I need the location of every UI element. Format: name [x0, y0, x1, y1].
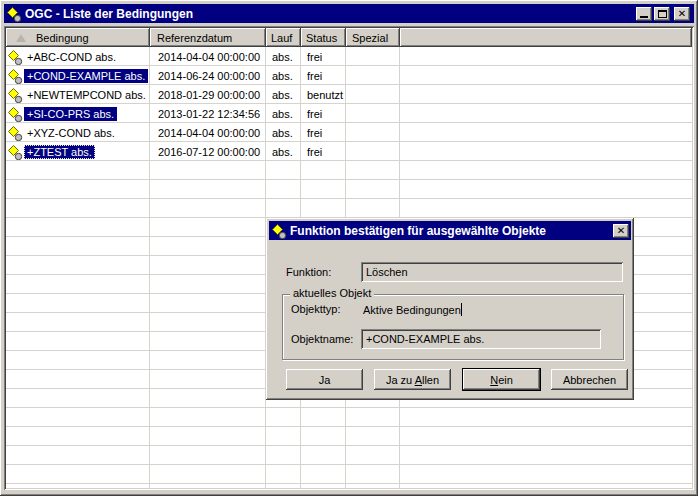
- referenzdatum-cell: 2014-04-04 00:00:00: [150, 123, 266, 142]
- abbrechen-button[interactable]: Abbrechen: [550, 368, 629, 391]
- filler-cell: [400, 123, 692, 142]
- condition-name: +ZTEST abs.: [24, 145, 95, 159]
- header-spezial[interactable]: Spezial: [346, 28, 400, 47]
- ja-button-label: Ja: [319, 374, 331, 386]
- objekttyp-value[interactable]: Aktive Bedingungen: [363, 303, 462, 316]
- table-row-2[interactable]: +NEWTEMPCOND abs. 2018-01-29 00:00:00 ab…: [6, 85, 692, 104]
- condition-name: +ABC-COND abs.: [24, 50, 119, 64]
- referenzdatum-cell: 2013-01-22 12:34:56: [150, 104, 266, 123]
- spezial-cell: [346, 85, 400, 104]
- dialog-titlebar[interactable]: Funktion bestätigen für ausgewählte Obje…: [269, 221, 631, 240]
- filler-cell: [400, 104, 692, 123]
- header-bedingung[interactable]: Bedingung: [6, 28, 150, 47]
- referenzdatum-cell: 2016-07-12 00:00:00: [150, 142, 266, 161]
- table-row-1[interactable]: +COND-EXAMPLE abs. 2014-06-24 00:00:00 a…: [6, 66, 692, 85]
- filler-cell: [400, 142, 692, 161]
- filler-cell: [400, 47, 692, 66]
- app-icon: [6, 6, 22, 22]
- header-bedingung-label: Bedingung: [36, 32, 89, 44]
- status-cell: frei: [301, 104, 346, 123]
- filler-cell: [400, 85, 692, 104]
- lauf-cell: abs.: [266, 85, 301, 104]
- condition-icon: [7, 68, 23, 84]
- text-caret: [461, 303, 462, 316]
- header-referenzdatum[interactable]: Referenzdatum: [150, 28, 266, 47]
- close-button[interactable]: ✕: [674, 7, 690, 21]
- lauf-cell: abs.: [266, 66, 301, 85]
- referenzdatum-cell: 2014-06-24 00:00:00: [150, 66, 266, 85]
- lauf-cell: abs.: [266, 142, 301, 161]
- rows-container: +ABC-COND abs. 2014-04-04 00:00:00 abs. …: [6, 47, 692, 161]
- condition-icon: [7, 106, 23, 122]
- table-row-5[interactable]: +ZTEST abs. 2016-07-12 00:00:00 abs. fre…: [6, 142, 692, 161]
- header-filler: [400, 28, 692, 47]
- minimize-button[interactable]: [636, 7, 652, 21]
- minimize-icon: [640, 16, 648, 18]
- condition-icon: [7, 125, 23, 141]
- nein-button-label: Nein: [490, 374, 513, 386]
- lauf-cell: abs.: [266, 104, 301, 123]
- objektname-field[interactable]: +COND-EXAMPLE abs.: [361, 329, 601, 349]
- header-row: Bedingung Referenzdatum Lauf Status Spez…: [6, 28, 692, 47]
- status-cell: frei: [301, 47, 346, 66]
- sort-ascending-icon: [16, 34, 26, 42]
- close-icon: ✕: [678, 9, 686, 19]
- dialog-close-button[interactable]: ✕: [613, 224, 629, 238]
- header-lauf[interactable]: Lauf: [266, 28, 301, 47]
- status-cell: frei: [301, 66, 346, 85]
- abbrechen-button-label: Abbrechen: [563, 374, 616, 386]
- filler-cell: [400, 66, 692, 85]
- spezial-cell: [346, 47, 400, 66]
- main-window: OGC - Liste der Bedingungen ✕ Bedingung …: [0, 0, 698, 496]
- nein-button[interactable]: Nein: [462, 368, 541, 391]
- table-row-4[interactable]: +XYZ-COND abs. 2014-04-04 00:00:00 abs. …: [6, 123, 692, 142]
- referenzdatum-cell: 2014-04-04 00:00:00: [150, 47, 266, 66]
- objekttyp-label: Objekttyp:: [291, 303, 341, 315]
- header-lauf-label: Lauf: [271, 32, 292, 44]
- objektname-label: Objektname:: [291, 333, 353, 345]
- funktion-label: Funktion:: [286, 266, 331, 278]
- aktuelles-objekt-group: aktuelles Objekt Objekttyp: Aktive Bedin…: [282, 294, 624, 360]
- group-label: aktuelles Objekt: [290, 287, 374, 299]
- ja-zu-allen-button[interactable]: Ja zu Allen: [373, 368, 452, 391]
- condition-icon: [7, 49, 23, 65]
- spezial-cell: [346, 142, 400, 161]
- header-spezial-label: Spezial: [352, 32, 388, 44]
- condition-icon: [7, 144, 23, 160]
- condition-name: +SI-CO-PRS abs.: [24, 107, 117, 121]
- table-row-0[interactable]: +ABC-COND abs. 2014-04-04 00:00:00 abs. …: [6, 47, 692, 66]
- confirm-dialog: Funktion bestätigen für ausgewählte Obje…: [266, 218, 634, 400]
- ja-button[interactable]: Ja: [285, 368, 364, 391]
- maximize-icon: [658, 10, 667, 18]
- condition-icon: [7, 87, 23, 103]
- header-status[interactable]: Status: [301, 28, 346, 47]
- status-cell: benutzt: [301, 85, 346, 104]
- table-row-3[interactable]: +SI-CO-PRS abs. 2013-01-22 12:34:56 abs.…: [6, 104, 692, 123]
- status-cell: frei: [301, 123, 346, 142]
- header-referenzdatum-label: Referenzdatum: [157, 32, 232, 44]
- condition-name: +XYZ-COND abs.: [24, 126, 118, 140]
- referenzdatum-cell: 2018-01-29 00:00:00: [150, 85, 266, 104]
- funktion-value: Löschen: [366, 266, 408, 278]
- header-status-label: Status: [306, 32, 337, 44]
- dialog-close-icon: ✕: [617, 226, 625, 236]
- dialog-icon: [271, 223, 287, 239]
- lauf-cell: abs.: [266, 47, 301, 66]
- dialog-title: Funktion bestätigen für ausgewählte Obje…: [290, 224, 611, 238]
- funktion-field[interactable]: Löschen: [361, 262, 623, 282]
- spezial-cell: [346, 66, 400, 85]
- condition-name: +NEWTEMPCOND abs.: [24, 88, 149, 102]
- titlebar[interactable]: OGC - Liste der Bedingungen ✕: [4, 4, 694, 23]
- lauf-cell: abs.: [266, 123, 301, 142]
- objekttyp-text: Aktive Bedingungen: [363, 304, 461, 316]
- spezial-cell: [346, 123, 400, 142]
- ja-zu-allen-button-label: Ja zu Allen: [386, 374, 439, 386]
- status-cell: frei: [301, 142, 346, 161]
- window-title: OGC - Liste der Bedingungen: [25, 7, 634, 21]
- condition-name: +COND-EXAMPLE abs.: [24, 69, 148, 83]
- objektname-value: +COND-EXAMPLE abs.: [366, 333, 484, 345]
- maximize-button[interactable]: [654, 7, 670, 21]
- spezial-cell: [346, 104, 400, 123]
